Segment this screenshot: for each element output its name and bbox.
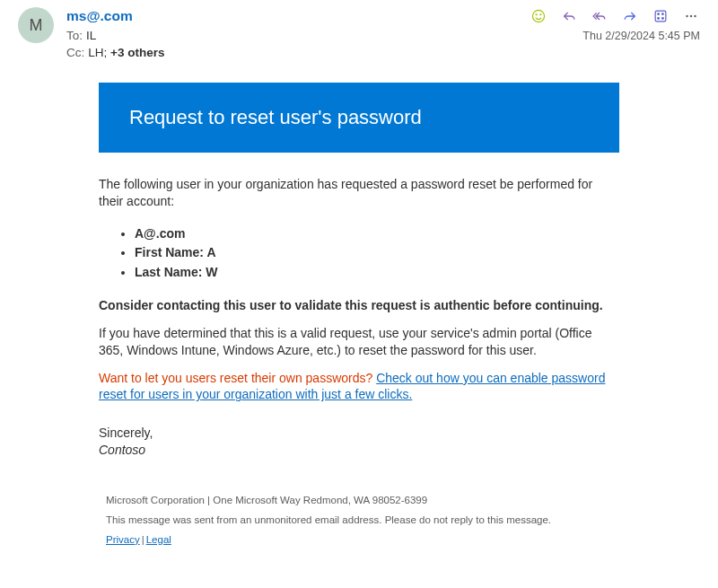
sender-address[interactable]: ms@.com	[66, 8, 133, 24]
avatar: M	[18, 7, 54, 43]
to-field: To:IL	[66, 29, 96, 42]
user-last-name: Last Name: W	[135, 263, 619, 283]
svg-point-4	[658, 13, 660, 15]
signature: Contoso	[99, 443, 145, 457]
privacy-link[interactable]: Privacy	[106, 534, 140, 545]
svg-point-5	[662, 13, 664, 15]
email-footer: Microsoft Corporation | One Microsoft Wa…	[99, 478, 619, 550]
svg-point-9	[690, 15, 692, 17]
email-header: M ms@.com	[0, 0, 718, 65]
forward-icon[interactable]	[621, 7, 639, 25]
cc-field: Cc:LH; +3 others	[66, 46, 700, 59]
closing: Sincerely, Contoso	[99, 425, 619, 459]
email-title: Request to reset user's password	[99, 83, 619, 153]
svg-point-2	[540, 14, 541, 15]
apps-icon[interactable]	[652, 7, 670, 25]
footer-address: Microsoft Corporation | One Microsoft Wa…	[106, 491, 619, 511]
more-icon[interactable]	[682, 7, 700, 25]
email-body: Request to reset user's password The fol…	[99, 83, 619, 550]
svg-point-6	[658, 18, 660, 20]
svg-point-1	[536, 14, 537, 15]
reply-all-icon[interactable]	[591, 7, 609, 25]
svg-point-0	[532, 10, 544, 22]
svg-rect-3	[655, 11, 666, 22]
svg-point-8	[686, 15, 687, 17]
user-details-list: A@.com First Name: A Last Name: W	[135, 224, 619, 283]
validate-text: Consider contacting this user to validat…	[99, 297, 619, 314]
reply-icon[interactable]	[560, 7, 578, 25]
promo-text: Want to let you users reset their own pa…	[99, 370, 619, 404]
instruction-text: If you have determined that this is a va…	[99, 325, 619, 359]
smiley-icon[interactable]	[530, 7, 547, 25]
message-actions	[530, 7, 700, 25]
timestamp: Thu 2/29/2024 5:45 PM	[582, 30, 700, 42]
user-email: A@.com	[135, 224, 619, 244]
svg-point-10	[694, 15, 696, 17]
intro-text: The following user in your organization …	[99, 176, 619, 210]
svg-point-7	[662, 18, 664, 20]
footer-disclaimer: This message was sent from an unmonitore…	[106, 511, 619, 531]
user-first-name: First Name: A	[135, 243, 619, 263]
legal-link[interactable]: Legal	[146, 534, 171, 545]
cc-others[interactable]: +3 others	[110, 46, 164, 59]
